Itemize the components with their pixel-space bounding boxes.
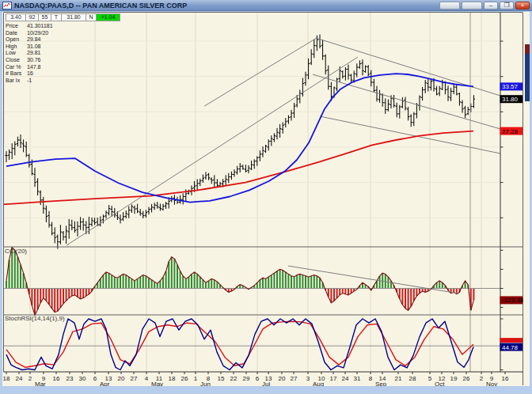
date-tick-label: 8 — [207, 375, 211, 382]
quote-cell: +1.04 — [97, 13, 120, 21]
date-tick-label: 26 — [181, 375, 188, 382]
quote-cell: 55 — [39, 13, 51, 21]
date-tick-label: 26 — [463, 375, 470, 382]
date-tick-label: 16 — [53, 375, 60, 382]
window-title: NASDAQ:PAAS,D -- PAN AMERICAN SILVER COR… — [14, 2, 438, 9]
svg-text:27.28: 27.28 — [502, 128, 519, 135]
quote-row: Close30.76 — [6, 57, 120, 64]
date-tick-label: 9 — [490, 375, 494, 382]
chart-app-icon — [2, 2, 12, 9]
price-readout-panel: 3.409255T31.80N+1.04 Price41.301181Date1… — [6, 13, 120, 84]
date-tick-label: 24 — [342, 375, 349, 382]
quote-row: # Bars16 — [6, 70, 120, 78]
date-tick-label: 20 — [118, 375, 125, 382]
date-tick-label: 6 — [256, 375, 260, 382]
title-bar[interactable]: NASDAQ:PAAS,D -- PAN AMERICAN SILVER COR… — [0, 0, 532, 11]
quote-cell: 31.80 — [62, 13, 86, 21]
close-button[interactable]: × — [515, 2, 530, 9]
date-tick-label: 2 — [28, 375, 32, 382]
date-tick-label: 12 — [439, 375, 446, 382]
date-tick-label: 2 — [480, 375, 484, 382]
restore-button[interactable]: ❐ — [500, 2, 514, 9]
tag-ma200: 27.28 — [500, 127, 523, 135]
date-tick-label: 24 — [16, 375, 23, 382]
date-tick-label: 21 — [395, 375, 402, 382]
svg-text:44.78: 44.78 — [502, 344, 519, 351]
date-tick-label: 15 — [218, 375, 225, 382]
quote-cell: N — [86, 13, 97, 21]
quote-row: Price41.301181 — [6, 23, 120, 30]
date-tick-label: 30 — [79, 375, 86, 382]
date-tick-label: 27 — [291, 375, 298, 382]
tag-stoch: 44.78 — [500, 343, 523, 351]
date-tick-label: 8 — [369, 375, 373, 382]
quote-cell: T — [51, 13, 62, 21]
date-tick-label: 14 — [379, 375, 386, 382]
quote-row: Car %147.8 — [6, 64, 120, 71]
date-tick-label: 22 — [230, 375, 238, 382]
quote-cells: 3.409255T31.80N+1.04 — [6, 13, 120, 21]
date-tick-label: 29 — [243, 375, 250, 382]
tag-cci: -123.38 — [500, 296, 524, 304]
quote-row: Low29.81 — [6, 50, 120, 57]
tag-stoch-signal — [500, 338, 523, 343]
toolbar-button-1[interactable] — [439, 2, 460, 9]
chart-window: NASDAQ:PAAS,D -- PAN AMERICAN SILVER COR… — [0, 0, 532, 394]
date-tick-label: 31 — [354, 375, 361, 382]
stochrsi-panel-label: StochRSI(14,14(1),9) — [5, 315, 65, 322]
date-tick-label: 10 — [318, 375, 325, 382]
date-tick-label: 3 — [306, 375, 310, 382]
cci-panel-label: CCI(20) — [5, 248, 27, 255]
tag-ma50: 33.57 — [500, 82, 523, 90]
date-tick-label: 20 — [279, 375, 286, 382]
toolbar-button-2[interactable] — [462, 2, 482, 9]
date-tick-label: 13 — [105, 375, 112, 382]
tag-last-price: 31.80 — [500, 95, 523, 103]
quote-row: Open29.84 — [6, 36, 120, 44]
date-tick-label: 18 — [3, 375, 10, 382]
date-tick-label: 5 — [428, 375, 432, 382]
svg-text:31.80: 31.80 — [502, 96, 519, 103]
quote-row: Date10/29/20 — [6, 30, 120, 37]
quote-rows: Price41.301181Date10/29/20Open29.84High3… — [6, 23, 120, 84]
minimize-button[interactable]: – — [484, 2, 498, 9]
edge-mark-red — [525, 44, 530, 54]
quote-row: High31.08 — [6, 44, 120, 51]
date-tick-label: 13 — [265, 375, 272, 382]
date-tick-label: 28 — [409, 375, 416, 382]
svg-text:33.57: 33.57 — [502, 83, 519, 90]
date-tick-label: 6 — [93, 375, 97, 382]
date-tick-label: 11 — [156, 375, 163, 382]
date-tick-label: 23 — [66, 375, 74, 382]
date-tick-label: 16 — [502, 375, 509, 382]
date-tick-label: 4 — [145, 375, 149, 382]
date-tick-label: 18 — [169, 375, 176, 382]
date-tick-label: 17 — [330, 375, 337, 382]
svg-text:-123.38: -123.38 — [502, 297, 524, 304]
quote-cell: 3.40 — [6, 13, 26, 21]
date-tick-label: 1 — [194, 375, 198, 382]
date-tick-label: 19 — [450, 375, 458, 382]
date-tick-label: 27 — [131, 375, 138, 382]
date-tick-label: 9 — [42, 375, 46, 382]
quote-row: Bar Ix-1 — [6, 78, 120, 85]
quote-cell: 92 — [26, 13, 39, 21]
edge-mark-blue — [525, 54, 530, 101]
